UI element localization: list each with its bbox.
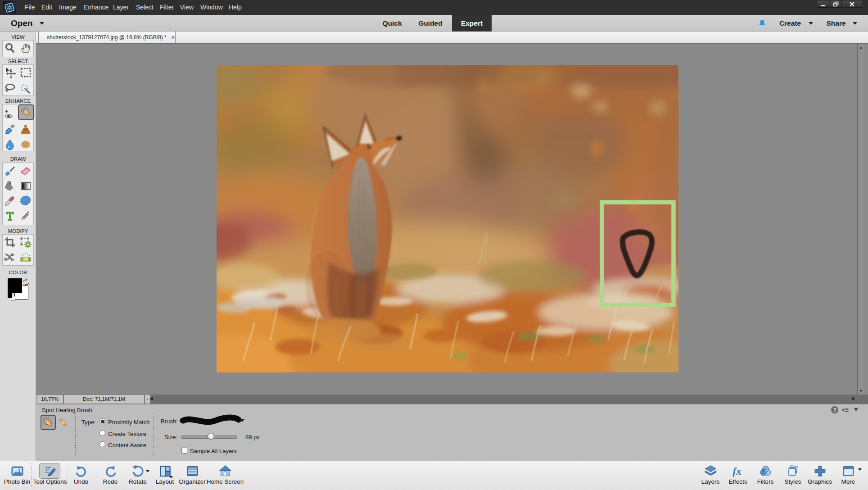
svg-text:fx: fx (732, 465, 741, 477)
